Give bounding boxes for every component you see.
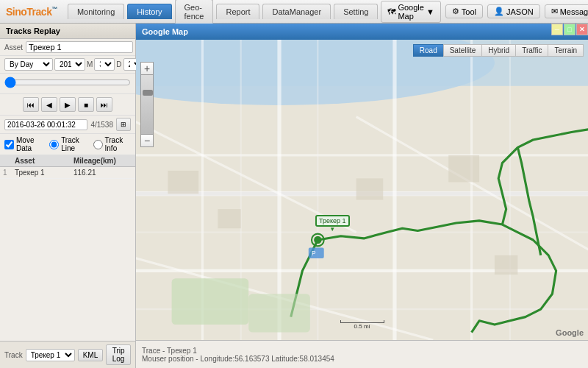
user-button[interactable]: 👤 JASON — [487, 4, 540, 18]
month-select[interactable]: 3 — [94, 58, 115, 71]
zoom-handle — [143, 90, 153, 96]
year-select[interactable]: 2016 — [54, 58, 85, 71]
svg-rect-28 — [309, 247, 324, 258]
map-selector[interactable]: 🗺 Google Map ▼ — [381, 1, 440, 23]
play-button[interactable]: ▶ — [60, 97, 76, 112]
tab-history[interactable]: History — [127, 4, 171, 19]
svg-point-19 — [314, 236, 321, 244]
tracker-marker: Трекер 1 — [315, 215, 350, 227]
asset-input[interactable] — [26, 41, 133, 53]
options-row: Move Data Track Line Track Info — [0, 134, 135, 155]
logo-track: Track — [26, 6, 51, 18]
svg-rect-25 — [495, 255, 517, 275]
tab-setting[interactable]: Setting — [334, 4, 378, 19]
playback-slider[interactable] — [4, 77, 131, 88]
track-info-option[interactable]: Track Info — [93, 136, 131, 152]
move-data-checkbox[interactable] — [4, 140, 14, 149]
map-titlebar: Google Map ─ □ ✕ — [136, 24, 588, 40]
sidebar-title: Tracks Replay — [0, 24, 135, 39]
map-type-satellite[interactable]: Satellite — [443, 44, 482, 57]
track-footer-label: Track — [4, 351, 23, 359]
map-svg: P — [136, 40, 588, 340]
table-header: Asset Mileage(km) — [0, 155, 135, 167]
zoom-controls: + − — [140, 62, 154, 147]
status-line2: Mouser position - Longitude:56.163573 La… — [142, 355, 582, 363]
logo: SinoTrack™ — [6, 6, 57, 18]
zoom-out-button[interactable]: − — [140, 134, 154, 147]
asset-row: Asset Clear — [0, 39, 135, 56]
map-container[interactable]: P Road Satellite Hybrid Traffic Terrain … — [136, 40, 588, 340]
svg-rect-21 — [168, 171, 198, 194]
map-type-road[interactable]: Road — [413, 44, 443, 57]
main-layout: Tracks Replay Asset Clear By Day By Week… — [0, 24, 588, 368]
stop-button[interactable]: ■ — [78, 97, 94, 112]
timestamp-row: 2016-03-26 00:01:32 4/1538 ⊞ — [0, 116, 135, 134]
tab-monitoring[interactable]: Monitoring — [68, 4, 124, 19]
message-button[interactable]: ✉ Message — [545, 4, 588, 18]
minimize-button[interactable]: ─ — [551, 24, 563, 35]
timestamp-value: 2016-03-26 00:01:32 — [4, 119, 87, 130]
map-title: Google Map — [142, 27, 188, 36]
close-button[interactable]: ✕ — [576, 24, 588, 35]
svg-rect-22 — [218, 209, 240, 228]
row-asset: Трекер 1 — [15, 169, 74, 177]
svg-rect-23 — [356, 178, 384, 199]
svg-text:P: P — [312, 250, 316, 257]
map-type-traffic[interactable]: Traffic — [515, 44, 548, 57]
date-row: By Day By Week 2016 M 3 D 26 — [0, 56, 135, 74]
slider-row — [0, 74, 135, 94]
top-bar: SinoTrack™ Monitoring History Geo-fence … — [0, 0, 588, 24]
day-label: D — [116, 60, 121, 68]
status-line1: Trace - Трекер 1 — [142, 347, 582, 355]
window-chrome: ─ □ ✕ — [551, 24, 588, 35]
controls-row: ⏮ ◀ ▶ ■ ⏭ — [0, 94, 135, 116]
sidebar-footer: Track Трекер 1 KML Trip Log — [0, 341, 135, 368]
track-line-radio[interactable] — [49, 140, 59, 149]
map-type-bar: Road Satellite Hybrid Traffic Terrain — [413, 44, 584, 57]
google-watermark: Google — [556, 328, 584, 337]
map-area: Google Map ─ □ ✕ — [136, 24, 588, 368]
fastforward-button[interactable]: ⏭ — [96, 97, 112, 112]
zoom-in-button[interactable]: + — [140, 62, 154, 75]
asset-label: Asset — [4, 43, 23, 52]
status-bar: Trace - Трекер 1 Mouser position - Longi… — [136, 340, 588, 368]
table-row: 1 Трекер 1 116.21 — [0, 167, 135, 179]
scale-label: 0.5 mi — [354, 323, 370, 330]
row-num: 1 — [3, 169, 15, 177]
tab-geofence[interactable]: Geo-fence — [175, 0, 214, 24]
tool-button[interactable]: ⚙ Tool — [445, 4, 483, 18]
month-label: M — [87, 60, 93, 68]
col-asset: Asset — [15, 157, 74, 165]
move-data-option[interactable]: Move Data — [4, 136, 45, 152]
map-type-hybrid[interactable]: Hybrid — [481, 44, 515, 57]
svg-rect-27 — [248, 294, 310, 332]
top-right: 🗺 Google Map ▼ ⚙ Tool 👤 JASON ✉ Message … — [381, 1, 588, 23]
track-line-option[interactable]: Track Line — [49, 136, 88, 152]
tab-datamanager[interactable]: DataManager — [262, 4, 331, 19]
svg-rect-26 — [172, 278, 249, 325]
period-select[interactable]: By Day By Week — [4, 58, 53, 71]
count-value: 4/1538 — [90, 121, 113, 129]
trip-log-button[interactable]: Trip Log — [106, 344, 131, 365]
tab-report[interactable]: Report — [216, 4, 259, 19]
sidebar: Tracks Replay Asset Clear By Day By Week… — [0, 24, 136, 368]
col-num — [3, 157, 15, 165]
detail-button[interactable]: ⊞ — [116, 118, 131, 131]
scale-bar: 0.5 mi — [340, 320, 384, 330]
track-asset-select[interactable]: Трекер 1 — [26, 349, 75, 361]
logo-trademark: ™ — [51, 6, 57, 13]
row-mileage: 116.21 — [74, 169, 132, 177]
prev-button[interactable]: ◀ — [41, 97, 57, 112]
kml-button[interactable]: KML — [78, 349, 104, 361]
maximize-button[interactable]: □ — [564, 24, 576, 35]
logo-sino: Sino — [6, 6, 26, 18]
col-mileage: Mileage(km) — [74, 157, 132, 165]
map-type-terrain[interactable]: Terrain — [548, 44, 584, 57]
track-info-radio[interactable] — [93, 140, 103, 149]
zoom-slider[interactable] — [140, 75, 154, 134]
svg-rect-24 — [448, 155, 479, 183]
rewind-button[interactable]: ⏮ — [23, 97, 39, 112]
